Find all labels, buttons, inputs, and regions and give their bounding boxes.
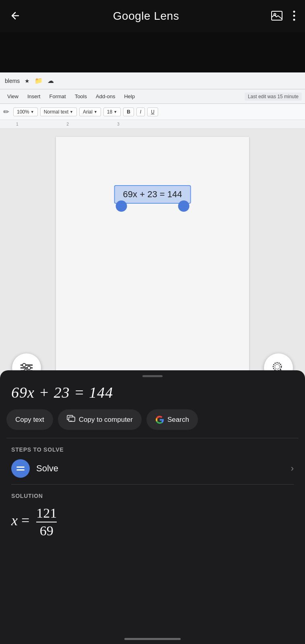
selection-handles [114,200,191,212]
handle-right[interactable] [178,200,189,212]
doc-content: 69x + 23 = 144 [0,129,305,398]
solution-section-label: SOLUTION [0,493,305,506]
dark-background [0,32,305,72]
more-options-button[interactable] [291,9,297,24]
size-selector[interactable]: 18 ▼ [103,107,121,116]
menu-view[interactable]: View [3,92,23,101]
copy-computer-icon [67,415,76,424]
docs-format-bar: ✏ 100% ▼ Normal text ▼ Arial ▼ 18 ▼ B I [0,104,305,120]
docs-ruler: 1 2 3 [0,120,305,129]
line1 [16,466,25,468]
cloud-icon: ☁ [47,77,54,85]
italic-button[interactable]: I [136,107,145,116]
menu-format[interactable]: Format [45,92,70,101]
svg-point-3 [293,14,295,17]
last-edit-status: Last edit was 15 minute [245,93,302,101]
svg-point-8 [23,363,26,367]
image-icon-button[interactable] [270,9,284,23]
bottom-panel: 69x + 23 = 144 Copy text Copy to compute… [0,370,305,644]
docs-title-bar: blems ★ 📁 ☁ [0,72,305,89]
doc-title-partial: blems [5,78,20,84]
drag-handle[interactable] [142,375,163,377]
chevron-right-icon: › [291,463,294,474]
zoom-selector[interactable]: 100% ▼ [13,107,38,116]
solve-row[interactable]: Solve › [0,459,305,484]
font-selector[interactable]: Arial ▼ [79,107,101,116]
fraction-denominator: 69 [36,522,57,539]
star-icon: ★ [25,78,30,84]
svg-point-9 [27,366,31,369]
svg-point-4 [293,19,295,21]
style-selector[interactable]: Normal text ▼ [40,107,77,116]
solve-label: Solve [36,463,284,474]
home-indicator [124,638,181,640]
doc-page: 69x + 23 = 144 [56,137,249,390]
menu-tools[interactable]: Tools [71,92,91,101]
solve-icon-lines [16,466,25,471]
menu-help[interactable]: Help [120,92,139,101]
size-arrow: ▼ [113,110,117,114]
folder-icon: 📁 [35,77,43,85]
copy-text-label: Copy text [15,416,44,424]
svg-point-2 [293,10,295,12]
search-button[interactable]: Search [146,409,198,430]
copy-text-button[interactable]: Copy text [6,409,53,430]
fraction-numerator: 121 [36,506,57,522]
zoom-arrow: ▼ [31,110,34,114]
svg-rect-15 [69,417,75,421]
solution-fraction: 121 69 [36,506,57,539]
steps-section-label: STEPS TO SOLVE [0,446,305,459]
back-button[interactable] [8,8,23,24]
svg-point-12 [275,364,280,369]
font-arrow: ▼ [94,110,97,114]
copy-to-computer-button[interactable]: Copy to computer [58,409,142,430]
solution-var: x [11,512,18,528]
top-bar: Google Lens [0,0,305,32]
solution-display: x = 121 69 [0,506,305,539]
line2 [16,469,25,471]
row-divider [11,484,294,485]
solve-icon [11,459,30,478]
selected-text-region: 69x + 23 = 144 [114,185,191,212]
panel-divider [6,438,299,438]
underline-button[interactable]: U [147,107,158,116]
app-title: Google Lens [113,10,179,23]
docs-menu-bar: View Insert Format Tools Add-ons Help La… [0,89,305,104]
equation-display: 69x + 23 = 144 [0,384,305,409]
bold-button[interactable]: B [123,107,134,116]
menu-addons[interactable]: Add-ons [92,92,119,101]
style-arrow: ▼ [70,110,73,114]
document-area: blems ★ 📁 ☁ View Insert Format Tools Add… [0,72,305,398]
handle-left[interactable] [116,200,127,212]
top-bar-icons [270,9,297,24]
action-buttons: Copy text Copy to computer Search [0,409,305,438]
copy-computer-label: Copy to computer [79,416,133,424]
menu-insert[interactable]: Insert [23,92,45,101]
paint-icon: ✏ [3,107,9,116]
search-label: Search [167,416,189,424]
camera-area: blems ★ 📁 ☁ View Insert Format Tools Add… [0,0,305,398]
svg-point-11 [273,363,281,371]
